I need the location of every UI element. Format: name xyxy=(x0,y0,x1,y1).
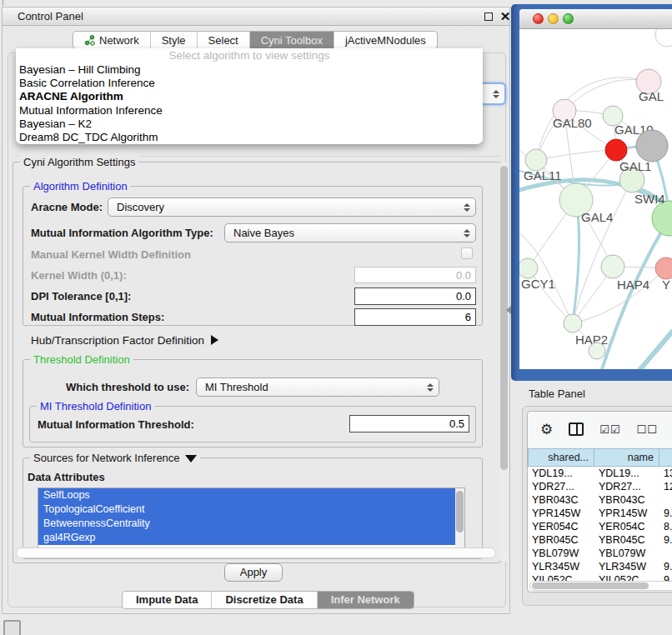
aracne-mode-value: Discovery xyxy=(117,201,164,213)
attributes-list-scrollbar[interactable] xyxy=(455,488,464,548)
mi-threshold-field[interactable] xyxy=(349,415,469,432)
tab-infer-network[interactable]: Infer Network xyxy=(318,592,414,608)
attribute-item[interactable]: gal4RGexp xyxy=(38,531,464,545)
node-label-hap4: HAP4 xyxy=(617,278,649,292)
settings-horizontal-scrollbar[interactable] xyxy=(16,548,496,558)
network-node-loop-circle[interactable] xyxy=(655,29,672,47)
close-traffic-light-icon[interactable] xyxy=(533,13,544,24)
application-root: Control Panel ✕ NetworkStyleSelectCyni T… xyxy=(0,0,672,635)
manual-kernel-width-label: Manual Kernel Width Definition xyxy=(31,248,191,261)
table-cell: YBL079W xyxy=(594,547,659,560)
tab-style[interactable]: Style xyxy=(151,32,198,48)
tab-label: Cyni Toolbox xyxy=(261,34,323,47)
algorithm-option[interactable]: Bayesian – K2 xyxy=(16,118,483,131)
network-edge[interactable] xyxy=(640,332,672,369)
table-cell xyxy=(659,493,672,507)
column-header-1[interactable]: shared... xyxy=(528,448,594,467)
frame-tick xyxy=(3,0,3,6)
node-label-gal-pink: GAL xyxy=(639,89,664,103)
network-node-hap4[interactable] xyxy=(601,255,624,278)
control-panel-titlebar[interactable]: Control Panel ✕ xyxy=(3,8,509,26)
tab-cyni-toolbox[interactable]: Cyni Toolbox xyxy=(250,32,334,48)
table-row[interactable]: YLR345WYLR345W9. xyxy=(528,560,672,573)
which-threshold-value: MI Threshold xyxy=(205,381,268,393)
network-node-red-node[interactable] xyxy=(605,139,627,161)
gear-icon[interactable]: ⚙ xyxy=(540,422,553,437)
dock-corner-button[interactable] xyxy=(3,620,21,635)
network-node-gray-node[interactable] xyxy=(636,130,668,162)
table-horizontal-scrollbar[interactable] xyxy=(529,581,672,591)
mi-threshold-group-title: MI Threshold Definition xyxy=(37,400,154,412)
table-cell: YER054C xyxy=(594,520,659,533)
node-label-salmon-node: Y xyxy=(662,278,670,292)
network-node-hap2[interactable] xyxy=(564,314,582,332)
algorithm-option[interactable]: ARACNE Algorithm xyxy=(16,90,483,103)
control-panel-tabbar: NetworkStyleSelectCyni ToolboxjActiveMNo… xyxy=(73,31,438,49)
table-row[interactable]: YBR045CYBR045C9. xyxy=(528,533,672,547)
network-node-bottom-node[interactable] xyxy=(589,342,605,359)
table-toolbar: ⚙ ☑☑ ☐☐ xyxy=(528,412,672,447)
splitpane-grip-icon[interactable] xyxy=(506,306,511,314)
node-label-gcy1: GCY1 xyxy=(521,277,555,291)
cyni-bottom-tabbar: Impute DataDiscretize DataInfer Network xyxy=(122,591,414,609)
select-all-icon[interactable]: ☑☑ xyxy=(599,423,620,436)
algorithm-option[interactable]: Mutual Information Inference xyxy=(16,104,483,118)
hub-definition-label: Hub/Transcription Factor Definition xyxy=(31,334,204,347)
column-header-3[interactable]: A xyxy=(659,448,672,467)
settings-vertical-scrollbar[interactable] xyxy=(499,162,509,562)
table-cell: YPR145W xyxy=(528,507,594,520)
tab-impute-data[interactable]: Impute Data xyxy=(123,592,212,608)
table-row[interactable]: YDR27...YDR27...12 xyxy=(528,480,672,493)
table-cell: YBL079W xyxy=(528,547,594,560)
table-cell: YDR27... xyxy=(594,480,659,493)
deselect-all-icon[interactable]: ☐☐ xyxy=(637,423,658,436)
mi-algorithm-type-label: Mutual Information Algorithm Type: xyxy=(31,227,213,239)
hub-definition-expander[interactable]: Hub/Transcription Factor Definition xyxy=(31,334,218,347)
network-canvas[interactable]: GALGAL80GAL10GAL11GAL1GAL4SWI4GCY1HAP4YH… xyxy=(519,29,672,369)
combobox-arrows-icon xyxy=(427,378,434,396)
table-rows: YDL19...YDL19...13YDR27...YDR27...12YBR0… xyxy=(528,467,672,587)
aracne-mode-combobox[interactable]: Discovery xyxy=(108,198,476,217)
tab-network[interactable]: Network xyxy=(73,32,151,48)
close-icon[interactable]: ✕ xyxy=(499,8,511,25)
algorithm-option[interactable]: Bayesian – Hill Climbing xyxy=(16,63,483,77)
network-node-gcy1[interactable] xyxy=(519,258,538,278)
data-attributes-list[interactable]: SelfLoopsTopologicalCoefficientBetweenne… xyxy=(38,488,465,549)
network-window-titlebar[interactable] xyxy=(519,9,672,29)
table-panel: ⚙ ☑☑ ☐☐ shared...nameA YDL19...YDL19...1… xyxy=(527,411,672,592)
table-row[interactable]: YER054CYER054C8. xyxy=(528,520,672,533)
minimize-traffic-light-icon[interactable] xyxy=(548,13,559,24)
attribute-item[interactable]: SelfLoops xyxy=(38,488,464,502)
tab-label: Style xyxy=(162,34,186,47)
expander-expanded-icon xyxy=(185,455,197,462)
mi-steps-field[interactable] xyxy=(354,308,476,326)
zoom-traffic-light-icon[interactable] xyxy=(563,13,574,24)
table-row[interactable]: YPR145WYPR145W9. xyxy=(528,507,672,520)
which-threshold-combobox[interactable]: MI Threshold xyxy=(196,378,439,397)
sources-group-title[interactable]: Sources for Network Inference xyxy=(30,452,200,464)
apply-button[interactable]: Apply xyxy=(224,563,283,582)
float-window-icon[interactable] xyxy=(484,12,493,21)
table-row[interactable]: YBR043CYBR043C xyxy=(528,493,672,507)
algorithm-option[interactable]: Basic Correlation Inference xyxy=(16,77,483,90)
attribute-item[interactable]: BetweennessCentrality xyxy=(38,517,464,531)
sources-title-text: Sources for Network Inference xyxy=(33,452,180,464)
table-cell: YLR345W xyxy=(594,560,659,573)
tab-discretize-data[interactable]: Discretize Data xyxy=(212,592,317,608)
tab-jactivemnodules[interactable]: jActiveMNodules xyxy=(334,32,437,48)
tab-select[interactable]: Select xyxy=(198,32,250,48)
table-row[interactable]: YDL19...YDL19...13 xyxy=(528,467,672,480)
network-icon xyxy=(84,35,95,46)
node-label-gal11: GAL11 xyxy=(524,168,562,182)
columns-icon[interactable] xyxy=(569,422,584,436)
algorithm-option[interactable]: Dream8 DC_TDC Algorithm xyxy=(16,131,483,144)
table-cell: 9. xyxy=(659,507,672,520)
mi-algorithm-type-combobox[interactable]: Naive Bayes xyxy=(224,223,476,242)
column-header-2[interactable]: name xyxy=(594,448,659,467)
dpi-tolerance-field[interactable] xyxy=(354,288,476,305)
table-row[interactable]: YBL079WYBL079W xyxy=(528,547,672,560)
table-header-row: shared...nameA xyxy=(528,448,672,467)
network-edge[interactable] xyxy=(536,150,616,160)
network-node-swi4[interactable] xyxy=(652,201,672,236)
attribute-item[interactable]: TopologicalCoefficient xyxy=(38,502,464,517)
